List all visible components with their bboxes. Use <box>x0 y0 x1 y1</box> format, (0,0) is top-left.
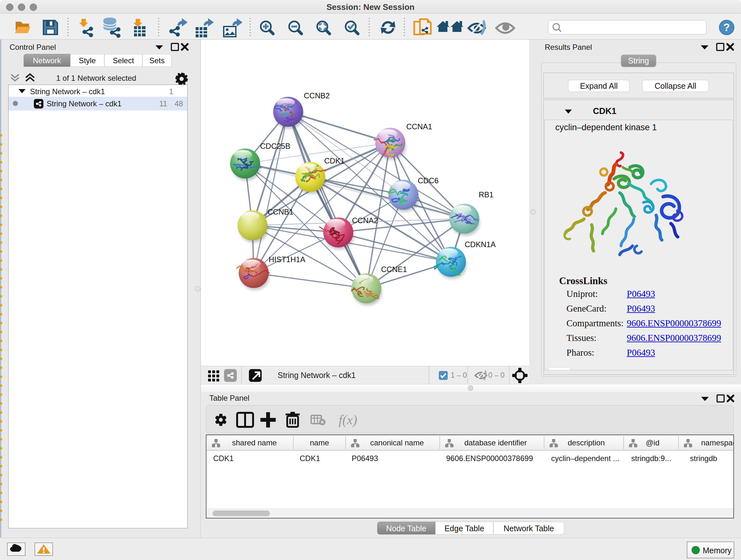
svg-text:RB1: RB1 <box>479 190 494 199</box>
svg-text:CDKN1A: CDKN1A <box>465 240 495 249</box>
svg-text:CCNE1: CCNE1 <box>381 265 407 273</box>
svg-text:?: ? <box>724 21 730 33</box>
svg-text:CCNB2: CCNB2 <box>304 91 330 100</box>
svg-text:description: description <box>568 438 605 447</box>
svg-text:CDC6: CDC6 <box>418 176 439 185</box>
svg-text:CDC25B: CDC25B <box>260 142 290 150</box>
svg-text:CDK1: CDK1 <box>324 157 345 165</box>
svg-text:f(x): f(x) <box>339 413 357 428</box>
svg-text:CCNA2: CCNA2 <box>352 216 378 225</box>
svg-text:0 – 0: 0 – 0 <box>488 371 504 379</box>
svg-text:name: name <box>310 438 329 447</box>
svg-text:shared name: shared name <box>232 438 277 447</box>
svg-text:1 – 0: 1 – 0 <box>451 371 467 379</box>
svg-text:String Network – cdk1: String Network – cdk1 <box>278 371 356 380</box>
svg-text:database identifier: database identifier <box>464 438 527 447</box>
svg-text:HIST1H1A: HIST1H1A <box>269 255 306 264</box>
svg-text:@id: @id <box>646 438 659 447</box>
svg-text:namespace: namespace <box>701 438 733 447</box>
svg-text:CCNA1: CCNA1 <box>406 122 432 131</box>
svg-text:CCNB1: CCNB1 <box>267 207 293 216</box>
svg-text:canonical name: canonical name <box>370 438 424 447</box>
